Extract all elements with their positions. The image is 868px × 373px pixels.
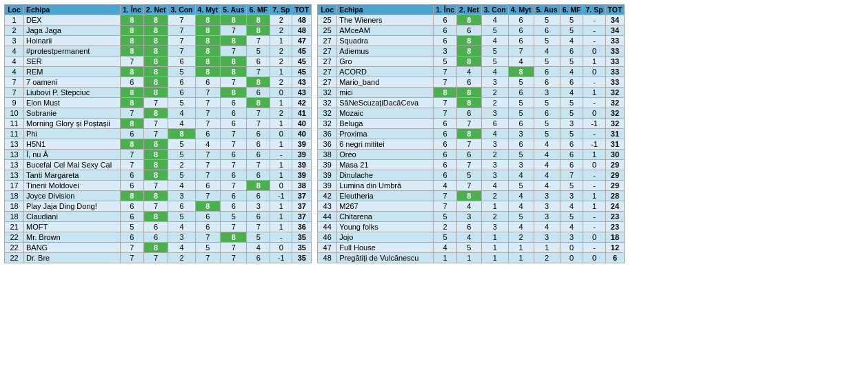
cell-v5: 6 [221,170,247,181]
cell-v7: 1 [583,150,605,160]
cell-v3: 6 [168,77,195,88]
team-name: Liubovi P. Stepciuc [24,88,121,98]
cell-v1: 7 [434,98,457,108]
cell-v3: 6 [481,119,508,129]
cell-tot: 38 [292,181,312,191]
cell-v6: 6 [247,139,270,150]
cell-v1: 7 [434,108,457,119]
cell-v1: 8 [121,67,144,77]
cell-v6: 5 [560,57,583,67]
cell-v7: 2 [270,77,292,88]
cell-v2: 6 [457,77,482,88]
cell-v2: 7 [143,201,168,212]
cell-v1: 6 [434,129,457,139]
cell-v7: 0 [583,253,605,263]
col-header-6: 5. Aus [221,5,247,15]
cell-v7: - [583,181,605,191]
cell-tot: 12 [605,243,625,253]
cell-v2: 7 [143,253,168,263]
cell-v1: 5 [434,212,457,222]
table-row: 11Morning Glory și Poștașii874767140 [5,119,312,129]
table-row: 39Lumina din Umbră474545-29 [318,181,625,191]
cell-loc: 22 [5,243,24,253]
cell-v1: 7 [121,253,144,263]
cell-tot: 35 [292,232,312,243]
cell-v6: 6 [560,46,583,57]
table-row: 36Proxima684355-31 [318,129,625,139]
table-row: 25The Wieners684655-34 [318,15,625,26]
team-name: Joyce Division [24,191,121,201]
cell-v2: 7 [143,98,168,108]
cell-v1: 8 [121,88,144,98]
cell-v2: 8 [457,57,482,67]
cell-v4: 6 [195,129,221,139]
table-row: 48Pregătiți de Vulcănescu11112006 [318,253,625,263]
cell-v7: 1 [270,36,292,46]
cell-v1: 6 [434,150,457,160]
cell-v4: 4 [508,222,534,232]
cell-loc: 43 [318,201,337,212]
cell-loc: 47 [318,243,337,253]
cell-v2: 8 [457,88,482,98]
cell-v6: 0 [560,253,583,263]
cell-v4: 4 [508,57,534,67]
col-header-4: 3. Con [481,5,508,15]
cell-v6: 7 [247,108,270,119]
cell-v7: 1 [270,98,292,108]
team-name: mici [337,88,434,98]
cell-v2: 5 [457,243,482,253]
cell-tot: 40 [292,119,312,129]
cell-v5: 6 [221,119,247,129]
cell-v5: 6 [221,201,247,212]
cell-v2: 8 [143,150,168,160]
cell-v6: 0 [560,243,583,253]
cell-v7: 1 [270,212,292,222]
cell-v6: 4 [560,222,583,232]
cell-v5: 8 [221,15,247,26]
cell-v5: 3 [534,212,560,222]
cell-v7: - [583,222,605,232]
table-row: 3Hoinarii887887147 [5,36,312,46]
team-name: Mario_band [337,77,434,88]
cell-v5: 5 [534,119,560,129]
col-header-4: 3. Con [168,5,195,15]
cell-v2: 8 [143,108,168,119]
cell-tot: 28 [605,191,625,201]
cell-v7: 0 [583,108,605,119]
team-name: Chitarena [337,212,434,222]
cell-v1: 8 [121,15,144,26]
cell-v5: 5 [534,129,560,139]
cell-v4: 8 [195,15,221,26]
cell-v6: 6 [247,88,270,98]
cell-v5: 3 [534,232,560,243]
table-row: 17Tinerii Moldovei674678038 [5,181,312,191]
cell-v6: 7 [247,160,270,170]
cell-loc: 42 [318,191,337,201]
cell-v4: 5 [508,98,534,108]
cell-v6: 8 [247,181,270,191]
cell-loc: 46 [318,232,337,243]
cell-tot: 45 [292,67,312,77]
col-header-0: Loc [5,5,24,15]
cell-v1: 3 [434,46,457,57]
team-name: Full House [337,243,434,253]
cell-v5: 6 [221,191,247,201]
table-row: 27Gro585455133 [318,57,625,67]
cell-v2: 6 [457,26,482,36]
cell-v3: 4 [168,119,195,129]
cell-v4: 6 [195,222,221,232]
cell-loc: 13 [5,170,24,181]
cell-v5: 6 [534,77,560,88]
cell-v3: 1 [481,253,508,263]
cell-v7: 2 [270,15,292,26]
cell-v1: 7 [121,108,144,119]
table-row: 13Î, nu Â785766-39 [5,150,312,160]
cell-v6: 3 [560,191,583,201]
table-row: 42Eleutheria782433128 [318,191,625,201]
team-name: Tinerii Moldovei [24,181,121,191]
cell-v5: 8 [221,57,247,67]
cell-v1: 6 [121,170,144,181]
cell-v4: 5 [195,243,221,253]
cell-v7: 1 [270,170,292,181]
cell-v1: 5 [434,232,457,243]
